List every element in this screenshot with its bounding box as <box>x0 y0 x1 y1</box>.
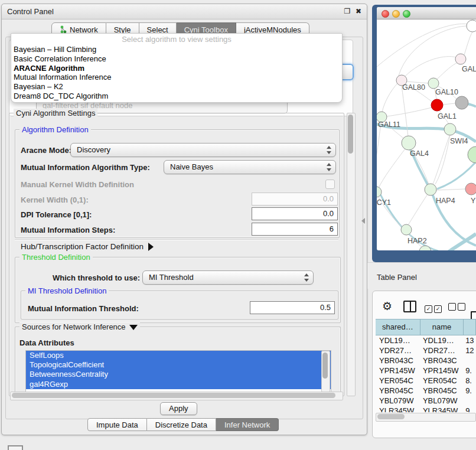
network-edge[interactable] <box>449 234 476 250</box>
network-node[interactable] <box>425 184 436 195</box>
table-cell: YDR27… <box>376 345 419 356</box>
table-horizontal-scrollbar[interactable] <box>376 413 476 422</box>
columns-icon[interactable] <box>403 301 416 312</box>
dpi-tolerance-field[interactable]: 0.0 <box>252 207 338 220</box>
attributes-list-scrollbar[interactable] <box>321 351 330 392</box>
algorithm-option[interactable]: Bayesian – K2 <box>12 82 341 92</box>
close-traffic-light-icon[interactable] <box>382 10 389 18</box>
attribute-list-item[interactable]: gal4RGexp <box>26 380 331 389</box>
network-canvas[interactable]: GALGAL80GAL10GAL1GAL11SWI4GAL4GCY1HAP4YH… <box>377 19 476 250</box>
table-cell: YLR345W <box>419 406 462 412</box>
mi-type-combobox[interactable]: Naive Bayes <box>164 160 336 174</box>
table-cell: YER054C <box>376 376 419 386</box>
node-table[interactable]: shared…nameYDL19…YDL19…13YDR27…YDR27…12Y… <box>376 319 476 412</box>
network-node-label: GAL11 <box>378 120 400 129</box>
manual-kernel-checkbox[interactable] <box>325 180 335 189</box>
mi-steps-field[interactable]: 6 <box>252 223 338 236</box>
network-edge[interactable] <box>382 83 398 112</box>
network-edge[interactable] <box>405 57 456 77</box>
network-node[interactable] <box>444 123 456 135</box>
algorithm-option[interactable]: ARACNE Algorithm <box>12 64 341 73</box>
apply-button[interactable]: Apply <box>160 402 197 415</box>
network-edge[interactable] <box>409 145 476 246</box>
algorithm-option[interactable]: Basic Correlation Inference <box>12 54 341 64</box>
settings-horizontal-scrollbar[interactable] <box>10 392 343 400</box>
network-node-label: HAP4 <box>436 197 455 205</box>
bottom-tab-impute-data[interactable]: Impute Data <box>87 418 147 431</box>
attribute-list-item[interactable]: BetweennessCentrality <box>26 370 331 379</box>
network-node[interactable] <box>455 96 468 109</box>
mi-threshold-group-title: MI Threshold Definition <box>25 286 109 295</box>
network-edge[interactable] <box>464 32 472 55</box>
table-row[interactable]: YBL079WYBL079W <box>376 396 476 406</box>
table-panel-title: Table Panel <box>377 273 417 282</box>
table-row[interactable]: YBR043CYBR043C <box>376 356 476 366</box>
network-node[interactable] <box>465 183 476 195</box>
minimize-traffic-light-icon[interactable] <box>392 10 400 18</box>
settings-vertical-scrollbar[interactable] <box>347 113 356 396</box>
network-edge[interactable] <box>437 63 458 79</box>
zoom-traffic-light-icon[interactable] <box>403 10 410 18</box>
settings-horizontal-scrollbar-thumb[interactable] <box>12 393 335 398</box>
network-window-titlebar <box>377 7 476 19</box>
network-node[interactable] <box>431 99 443 111</box>
table-row[interactable]: YER054CYER054C8. <box>376 376 476 386</box>
table-cell: 9. <box>462 406 476 412</box>
network-edge[interactable] <box>435 135 450 184</box>
table-cell: YDL19… <box>419 335 462 345</box>
algorithm-option[interactable]: Mutual Information Inference <box>12 73 341 82</box>
table-column-header[interactable]: name <box>420 319 464 335</box>
attribute-list-item[interactable]: TopologicalCoefficient <box>26 360 331 370</box>
table-column-header[interactable] <box>464 319 476 335</box>
sources-group-title[interactable]: Sources for Network Inference <box>19 322 140 331</box>
algorithm-option[interactable]: Dream8 DC_TDC Algorithm <box>12 92 341 101</box>
data-attributes-list[interactable]: SelfLoopsTopologicalCoefficientBetweenne… <box>25 350 331 393</box>
network-edge[interactable] <box>408 194 428 225</box>
network-edge[interactable] <box>377 122 381 177</box>
deselect-all-checkboxes-icon[interactable] <box>448 302 465 313</box>
network-edge[interactable] <box>433 136 449 184</box>
hub-definition-toggle[interactable]: Hub/Transcription Factor Definition <box>21 242 154 251</box>
network-node[interactable] <box>401 224 412 235</box>
table-row[interactable]: YDL19…YDL19…13 <box>376 335 476 345</box>
combo-arrows-icon <box>304 273 309 282</box>
close-window-icon[interactable]: ✖ <box>354 6 363 16</box>
mi-steps-label: Mutual Information Steps: <box>21 226 115 234</box>
settings-vertical-scrollbar-thumb[interactable] <box>348 115 353 154</box>
network-edge[interactable] <box>399 26 471 76</box>
network-node[interactable] <box>455 54 466 64</box>
status-bar-icon[interactable] <box>8 445 23 450</box>
aracne-mode-combobox[interactable]: Discovery <box>70 143 336 157</box>
network-node[interactable] <box>467 20 476 32</box>
float-window-icon[interactable]: ❐ <box>343 6 352 16</box>
table-horizontal-scrollbar-thumb[interactable] <box>377 414 405 419</box>
splitter-collapse-icon[interactable] <box>361 218 365 224</box>
mi-threshold-field[interactable]: 0.5 <box>250 301 335 314</box>
network-node[interactable] <box>428 78 439 89</box>
algorithm-option[interactable]: Bayesian – Hill Climbing <box>12 45 341 54</box>
bottom-tabbar: Impute DataDiscretize DataInfer Network <box>87 418 279 431</box>
table-row[interactable]: YLR345WYLR345W9. <box>376 406 476 412</box>
table-row[interactable]: YDR27…YDR27…12 <box>376 345 476 356</box>
bottom-tab-discretize-data[interactable]: Discretize Data <box>147 418 216 431</box>
network-node[interactable] <box>468 146 476 163</box>
table-row[interactable]: YBR045CYBR045C9. <box>376 386 476 396</box>
network-edge[interactable] <box>468 104 476 107</box>
which-threshold-combobox[interactable]: MI Threshold <box>142 270 314 285</box>
attributes-scrollbar-thumb[interactable] <box>322 353 328 379</box>
network-node[interactable] <box>402 136 416 150</box>
algorithm-definition-title: Algorithm Definition <box>19 125 91 134</box>
network-edge[interactable] <box>436 189 465 190</box>
settings-gear-icon[interactable]: ⚙ <box>382 299 392 313</box>
network-edge[interactable] <box>443 103 455 105</box>
network-edge[interactable] <box>387 107 432 116</box>
select-all-checkboxes-icon[interactable]: ✓✓ <box>425 302 442 313</box>
table-row[interactable]: YPR145WYPR145W9. <box>376 366 476 376</box>
table-column-header[interactable]: shared… <box>376 319 420 335</box>
network-edge[interactable] <box>379 149 405 188</box>
hub-definition-label: Hub/Transcription Factor Definition <box>21 242 144 251</box>
bottom-tab-infer-network[interactable]: Infer Network <box>216 418 279 431</box>
table-cell: 9. <box>462 366 476 376</box>
kernel-width-field[interactable]: 0.0 <box>252 193 338 206</box>
attribute-list-item[interactable]: SelfLoops <box>26 351 331 360</box>
